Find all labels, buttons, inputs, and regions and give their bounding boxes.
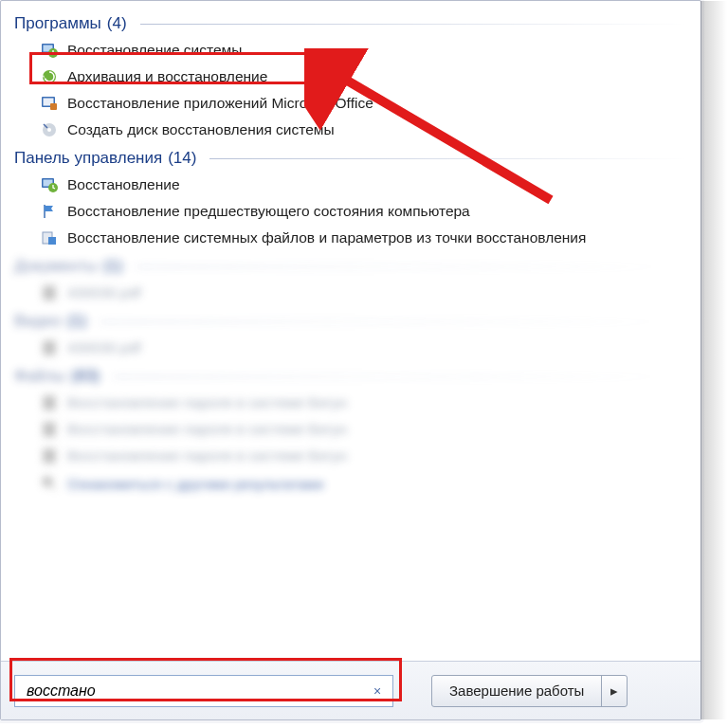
clear-search-icon[interactable]: × [370, 683, 385, 699]
result-video-item[interactable]: 430030.pdf [14, 335, 687, 361]
result-label: Восстановление приложений Microsoft Offi… [67, 95, 373, 112]
group-count: (4) [107, 14, 127, 33]
pdf-icon [41, 339, 58, 356]
shadow-decor [701, 1, 727, 719]
result-label: Восстановление [67, 176, 180, 193]
result-recovery[interactable]: Восстановление [14, 172, 687, 198]
result-label: 430030.pdf [67, 284, 141, 301]
group-count: (1) [103, 257, 123, 276]
result-office-repair[interactable]: Восстановление приложений Microsoft Offi… [14, 90, 687, 117]
flag-icon [41, 203, 58, 220]
monitor-clock-icon [41, 42, 58, 59]
document-icon [41, 447, 58, 464]
group-header-programs: Программы (4) [14, 9, 687, 37]
svg-rect-20 [44, 449, 55, 463]
search-icon [41, 475, 58, 492]
svg-rect-6 [50, 103, 57, 110]
divider [113, 376, 687, 377]
result-label: 430030.pdf [67, 339, 141, 356]
blurred-results: Документы (1) 430030.pdf Видео (1) 43003… [14, 251, 687, 498]
group-title: Панель управления [14, 149, 162, 168]
start-menu-search-panel: Программы (4) Восстановление системы Арх… [0, 0, 701, 720]
shutdown-button[interactable]: Завершение работы ▸ [431, 675, 628, 707]
group-header-documents: Документы (1) [14, 251, 687, 280]
result-label: Восстановление пароля в системе Бегун [67, 394, 347, 411]
see-more-results[interactable]: Ознакомиться с другими результатами [14, 469, 687, 498]
svg-point-8 [47, 128, 51, 132]
monitor-clock-icon [41, 176, 58, 193]
svg-rect-18 [44, 396, 55, 410]
group-count: (1) [67, 312, 87, 331]
svg-rect-19 [44, 423, 55, 436]
result-system-restore[interactable]: Восстановление системы [14, 37, 687, 64]
result-label: Восстановление системы [67, 42, 242, 59]
divider [136, 266, 687, 267]
system-files-icon [41, 229, 58, 246]
svg-rect-13 [48, 237, 56, 245]
disc-icon [41, 121, 58, 138]
search-box[interactable]: × [14, 675, 393, 707]
pdf-icon [41, 284, 58, 301]
result-label: Восстановление системных файлов и параме… [67, 229, 586, 246]
bottom-bar: × Завершение работы ▸ [1, 661, 701, 719]
see-more-label: Ознакомиться с другими результатами [67, 476, 323, 492]
office-repair-icon [41, 95, 58, 112]
group-header-video: Видео (1) [14, 306, 687, 335]
divider [140, 24, 687, 25]
result-file-item[interactable]: Восстановление пароля в системе Бегун [14, 416, 687, 443]
divider [100, 321, 687, 322]
group-header-files: Файлы (83) [14, 361, 687, 390]
group-count: (14) [168, 149, 196, 168]
result-label: Восстановление пароля в системе Бегун [67, 421, 347, 438]
group-title: Видео [14, 312, 62, 331]
group-count: (83) [71, 367, 100, 386]
search-input[interactable] [25, 682, 364, 701]
group-header-control-panel: Панель управления (14) [14, 143, 687, 172]
result-label: Восстановление предшествующего состояния… [67, 203, 470, 220]
group-title: Документы [14, 257, 98, 276]
result-doc-item[interactable]: 430030.pdf [14, 280, 687, 306]
svg-rect-17 [44, 348, 55, 353]
document-icon [41, 394, 58, 411]
result-restore-system-files[interactable]: Восстановление системных файлов и параме… [14, 225, 687, 251]
divider [209, 158, 687, 159]
result-label: Создать диск восстановления системы [67, 121, 335, 138]
group-title: Программы [14, 14, 101, 33]
svg-rect-15 [44, 293, 55, 298]
document-icon [41, 421, 58, 438]
shutdown-arrow-icon[interactable]: ▸ [602, 676, 627, 706]
result-backup-restore[interactable]: Архивация и восстановление [14, 64, 687, 90]
result-label: Архивация и восстановление [67, 68, 267, 85]
result-file-item[interactable]: Восстановление пароля в системе Бегун [14, 390, 687, 416]
result-create-recovery-disc[interactable]: Создать диск восстановления системы [14, 117, 687, 143]
result-file-item[interactable]: Восстановление пароля в системе Бегун [14, 443, 687, 469]
svg-point-21 [43, 477, 52, 486]
result-restore-previous-state[interactable]: Восстановление предшествующего состояния… [14, 198, 687, 225]
backup-restore-icon [41, 68, 58, 85]
group-title: Файлы [14, 367, 65, 386]
result-label: Восстановление пароля в системе Бегун [67, 447, 347, 464]
shutdown-label[interactable]: Завершение работы [432, 676, 602, 706]
